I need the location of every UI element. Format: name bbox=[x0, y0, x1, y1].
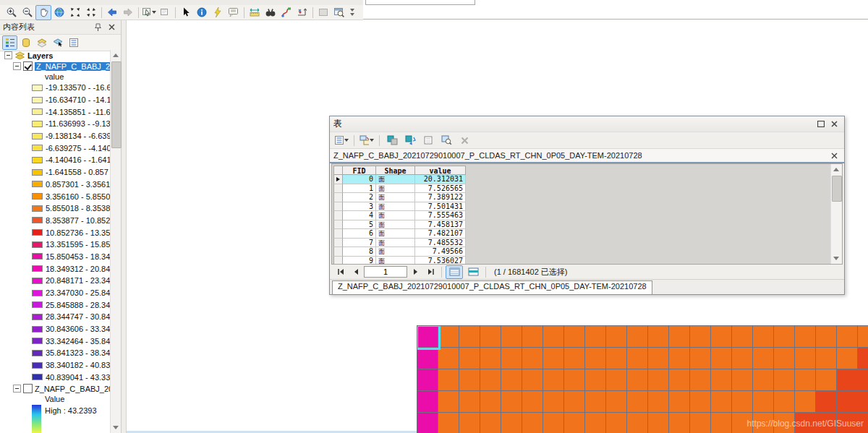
row-selector[interactable] bbox=[333, 175, 343, 184]
grid-cell[interactable] bbox=[459, 326, 480, 348]
grid-cell[interactable] bbox=[816, 326, 837, 348]
grid-cell[interactable] bbox=[522, 348, 543, 369]
grid-cell[interactable] bbox=[543, 369, 564, 391]
legend-item[interactable]: -19.133570 - -16.6 bbox=[0, 82, 110, 94]
legend-item[interactable]: 13.351595 - 15.85 bbox=[0, 239, 110, 251]
grid-cell[interactable] bbox=[585, 413, 606, 433]
grid-cell[interactable] bbox=[837, 369, 858, 391]
collapse-icon[interactable] bbox=[13, 385, 21, 393]
grid-cell[interactable] bbox=[417, 391, 438, 413]
legend-item[interactable]: 35.841323 - 38.34 bbox=[0, 347, 110, 359]
panel-splitter[interactable] bbox=[122, 20, 127, 433]
legend-item[interactable]: 5.855018 - 8.3538 bbox=[0, 202, 110, 215]
tree-node-layer2[interactable]: Z_NAFP_C_BABJ_202 bbox=[0, 383, 110, 394]
layer1-label[interactable]: Z_NAFP_C_BABJ_202 bbox=[35, 62, 110, 71]
list-by-visibility-icon[interactable] bbox=[34, 35, 49, 50]
grid-cell[interactable] bbox=[690, 391, 711, 413]
clear-selection-icon[interactable] bbox=[157, 5, 173, 20]
full-extent-icon[interactable] bbox=[51, 5, 67, 20]
table-row[interactable]: 3面7.501431 bbox=[333, 202, 466, 212]
grid-cell[interactable] bbox=[417, 369, 438, 391]
tree-node-layers[interactable]: Layers bbox=[0, 50, 110, 61]
grid-cell[interactable] bbox=[543, 348, 564, 369]
grid-cell[interactable] bbox=[774, 348, 795, 369]
table-options-icon[interactable] bbox=[333, 133, 349, 148]
grid-cell[interactable] bbox=[564, 369, 585, 391]
grid-cell[interactable] bbox=[711, 391, 732, 413]
column-header-fid[interactable]: FID bbox=[343, 166, 376, 175]
grid-cell[interactable] bbox=[522, 413, 543, 433]
hyperlink-icon[interactable] bbox=[210, 5, 226, 20]
grid-cell[interactable] bbox=[480, 391, 501, 413]
grid-cell[interactable] bbox=[459, 413, 480, 433]
grid-cell[interactable] bbox=[837, 348, 858, 369]
table-vscrollbar[interactable] bbox=[830, 164, 842, 264]
row-selector[interactable] bbox=[333, 220, 343, 230]
table-row[interactable]: 5面7.458137 bbox=[333, 220, 466, 230]
grid-cell[interactable] bbox=[564, 391, 585, 413]
table-row[interactable]: 7面7.485532 bbox=[333, 239, 466, 248]
grid-cell[interactable] bbox=[459, 369, 480, 391]
table-row[interactable]: 9面7.536027 bbox=[333, 257, 466, 265]
legend-item[interactable]: 15.850453 - 18.34 bbox=[0, 251, 110, 263]
maximize-icon[interactable] bbox=[814, 119, 827, 129]
grid-cell[interactable] bbox=[837, 391, 858, 413]
grid-cell[interactable] bbox=[501, 326, 522, 348]
scroll-down-icon[interactable] bbox=[833, 257, 839, 260]
layer2-label[interactable]: Z_NAFP_C_BABJ_202 bbox=[35, 385, 110, 393]
grid-cell[interactable] bbox=[417, 413, 438, 433]
grid-cell[interactable] bbox=[795, 369, 816, 391]
collapse-icon[interactable] bbox=[13, 62, 21, 70]
legend-item[interactable]: 0.857301 - 3.3561 bbox=[0, 179, 110, 191]
grid-cell[interactable] bbox=[711, 369, 732, 391]
toc-options-icon[interactable] bbox=[66, 35, 81, 50]
row-selector[interactable] bbox=[333, 193, 343, 202]
overview-icon[interactable] bbox=[315, 5, 331, 20]
grid-cell[interactable] bbox=[732, 369, 753, 391]
grid-cell[interactable] bbox=[711, 413, 732, 433]
grid-cell[interactable] bbox=[627, 391, 648, 413]
legend-item[interactable]: 3.356160 - 5.8550 bbox=[0, 190, 110, 202]
grid-cell[interactable] bbox=[543, 326, 564, 348]
table-clear-selection-icon[interactable] bbox=[420, 133, 436, 148]
zoom-out-icon[interactable] bbox=[20, 5, 35, 20]
collapse-icon[interactable] bbox=[4, 51, 12, 59]
legend-item[interactable]: 25.845888 - 28.34 bbox=[0, 299, 110, 311]
grid-cell[interactable] bbox=[816, 348, 837, 369]
grid-cell[interactable] bbox=[480, 348, 501, 369]
html-popup-icon[interactable] bbox=[226, 5, 242, 20]
scroll-up-icon[interactable] bbox=[833, 168, 839, 171]
grid-cell[interactable] bbox=[816, 369, 837, 391]
legend-item[interactable]: -9.138134 - -6.639 bbox=[0, 130, 110, 142]
grid-cell[interactable] bbox=[669, 391, 690, 413]
grid-cell[interactable] bbox=[648, 326, 669, 348]
grid-cell[interactable] bbox=[732, 326, 753, 348]
grid-cell[interactable] bbox=[480, 369, 501, 391]
list-by-source-icon[interactable] bbox=[18, 35, 33, 50]
legend-item[interactable]: 40.839041 - 43.33 bbox=[0, 372, 110, 384]
legend-item[interactable]: 18.349312 - 20.84 bbox=[0, 262, 110, 275]
go-to-xy-icon[interactable] bbox=[294, 5, 310, 20]
grid-cell[interactable] bbox=[585, 326, 606, 348]
scrollbar-thumb[interactable] bbox=[111, 61, 122, 148]
grid-cell[interactable] bbox=[480, 413, 501, 433]
identify-icon[interactable] bbox=[194, 5, 210, 20]
grid-cell[interactable] bbox=[417, 326, 438, 348]
legend-item[interactable]: -1.641558 - 0.857 bbox=[0, 166, 110, 179]
fixed-zoom-in-icon[interactable] bbox=[67, 5, 83, 20]
grid-cell[interactable] bbox=[795, 326, 816, 348]
table-tab-close-icon[interactable] bbox=[828, 150, 841, 161]
legend-item[interactable]: 33.342464 - 35.84 bbox=[0, 335, 110, 347]
grid-cell[interactable] bbox=[669, 369, 690, 391]
legend-item[interactable]: -16.634710 - -14.1 bbox=[0, 94, 110, 106]
grid-cell[interactable] bbox=[438, 391, 459, 413]
grid-cell[interactable] bbox=[753, 369, 774, 391]
fixed-zoom-out-icon[interactable] bbox=[83, 5, 99, 20]
grid-cell[interactable] bbox=[606, 326, 627, 348]
grid-cell[interactable] bbox=[648, 413, 669, 433]
highlight-selected-icon[interactable] bbox=[384, 133, 400, 148]
grid-cell[interactable] bbox=[627, 326, 648, 348]
back-icon[interactable] bbox=[104, 5, 120, 20]
grid-cell[interactable] bbox=[522, 326, 543, 348]
scrollbar-thumb[interactable] bbox=[832, 176, 842, 202]
